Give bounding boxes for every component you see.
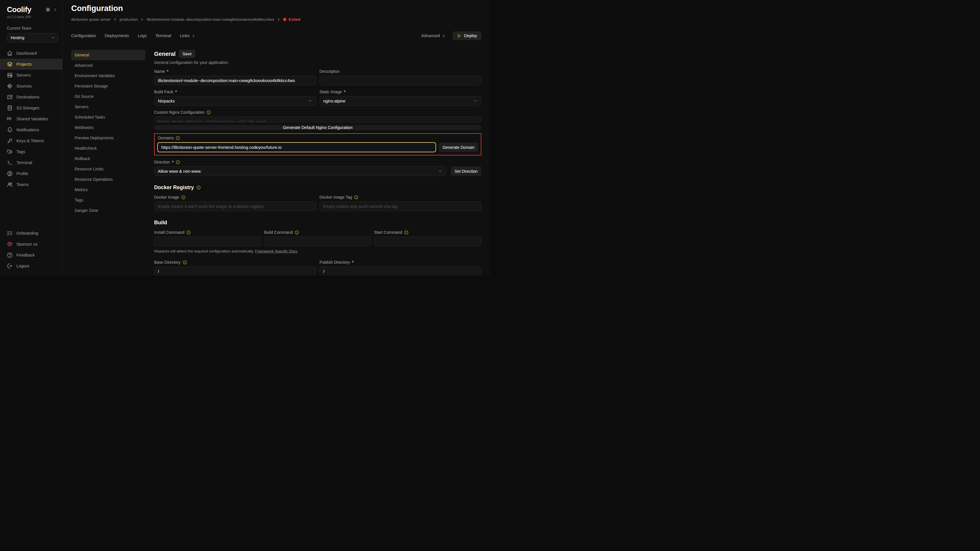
subnav-item-label: Healthcheck bbox=[75, 146, 97, 151]
breadcrumb-item[interactable]: production bbox=[119, 17, 138, 22]
description-input[interactable] bbox=[320, 76, 481, 85]
advanced-menu[interactable]: Advanced bbox=[421, 33, 445, 38]
info-icon[interactable] bbox=[186, 230, 191, 235]
subnav-item[interactable]: Rollback bbox=[71, 154, 145, 164]
tab[interactable]: Terminal bbox=[155, 33, 171, 38]
framework-docs-link[interactable]: Framework Specific Docs bbox=[255, 249, 297, 253]
tab[interactable]: Logs bbox=[138, 33, 146, 38]
tab[interactable]: Links bbox=[180, 33, 195, 38]
general-form: General Save General configuration for y… bbox=[154, 50, 481, 275]
sidebar-item[interactable]: Sources bbox=[0, 81, 62, 92]
publish-directory-input[interactable] bbox=[320, 267, 481, 275]
subnav-item[interactable]: General bbox=[71, 50, 145, 60]
sidebar-footer-item-icon bbox=[7, 230, 13, 236]
sidebar-item[interactable]: Projects bbox=[0, 59, 62, 70]
tab-label: Links bbox=[180, 33, 189, 38]
info-icon[interactable] bbox=[404, 230, 409, 235]
tab[interactable]: Deployments bbox=[105, 33, 129, 38]
theme-toggle-sun-icon[interactable] bbox=[46, 7, 51, 12]
subnav-item-label: Rollback bbox=[75, 156, 90, 161]
tab[interactable]: Configuration bbox=[71, 33, 96, 38]
sidebar-item-icon bbox=[7, 149, 13, 155]
subnav-item[interactable]: Webhooks bbox=[71, 122, 145, 133]
subnav-item-label: Git Source bbox=[75, 94, 94, 99]
chevron-right-icon bbox=[140, 17, 144, 21]
breadcrumb-item[interactable]: illicitestonion/-module--decomposition:m… bbox=[146, 17, 274, 22]
name-input[interactable] bbox=[154, 76, 316, 85]
description-field-block: Description bbox=[320, 65, 481, 85]
chevron-down-icon bbox=[308, 99, 312, 103]
info-icon[interactable] bbox=[183, 260, 187, 265]
deploy-button[interactable]: Deploy bbox=[453, 32, 481, 40]
sidebar-item-label: Shared Variables bbox=[16, 117, 48, 121]
sidebar-item[interactable]: Profile bbox=[0, 168, 62, 179]
subnav-item-label: Servers bbox=[75, 105, 88, 109]
breadcrumb-item[interactable]: illicitonion quote server bbox=[71, 17, 111, 22]
custom-nginx-textarea[interactable] bbox=[154, 117, 481, 122]
info-icon[interactable] bbox=[354, 195, 358, 200]
direction-select[interactable]: Allow www & non-www. bbox=[154, 167, 446, 176]
logo-block: Coolify bbox=[7, 5, 32, 14]
sidebar-item[interactable]: Destinations bbox=[0, 92, 62, 103]
docker-image-block: Docker Image bbox=[154, 191, 316, 211]
sidebar-item-icon: (x) bbox=[7, 116, 13, 122]
sidebar-item-label: Teams bbox=[16, 182, 29, 187]
static-image-select[interactable]: nginx:alpine bbox=[320, 96, 481, 106]
docker-image-input[interactable] bbox=[154, 202, 316, 211]
subnav-item[interactable]: Persistent Storage bbox=[71, 81, 145, 91]
theme-chevrons-up-down-icon[interactable] bbox=[53, 8, 57, 11]
info-icon[interactable] bbox=[196, 186, 201, 190]
domains-input[interactable] bbox=[157, 142, 436, 152]
subnav-item[interactable]: Metrics bbox=[71, 184, 145, 195]
sidebar-item[interactable]: Tags bbox=[0, 146, 62, 157]
set-direction-button[interactable]: Set Direction bbox=[451, 167, 481, 176]
sidebar-item[interactable]: Dashboard bbox=[0, 48, 62, 59]
info-icon[interactable] bbox=[295, 230, 299, 235]
sidebar-item[interactable]: Teams bbox=[0, 179, 62, 190]
direction-row: Allow www & non-www. Set Direction bbox=[154, 167, 481, 176]
sidebar-footer-item[interactable]: Onboarding bbox=[0, 228, 62, 239]
tabs: Configuration Deployments Logs Terminal … bbox=[71, 33, 195, 38]
sidebar-item[interactable]: Keys & Tokens bbox=[0, 135, 62, 146]
sidebar-item[interactable]: Terminal bbox=[0, 157, 62, 168]
sidebar-item[interactable]: Servers bbox=[0, 70, 62, 81]
info-icon[interactable] bbox=[207, 110, 211, 114]
sidebar-footer-item[interactable]: Logout bbox=[0, 260, 62, 272]
sidebar-item[interactable]: S3 Storages bbox=[0, 103, 62, 113]
install-command-input[interactable] bbox=[154, 237, 262, 246]
info-icon[interactable] bbox=[176, 136, 180, 140]
start-command-input[interactable] bbox=[374, 237, 481, 246]
subnav-item[interactable]: Danger Zone bbox=[71, 205, 145, 216]
subnav-item[interactable]: Healthcheck bbox=[71, 143, 145, 154]
save-button[interactable]: Save bbox=[179, 50, 195, 58]
subnav-item-label: Danger Zone bbox=[75, 208, 98, 213]
subnav-item[interactable]: Servers bbox=[71, 102, 145, 112]
tab-label: Configuration bbox=[71, 33, 96, 38]
sidebar-item[interactable]: (x) Shared Variables bbox=[0, 113, 62, 124]
subnav-item[interactable]: Git Source bbox=[71, 91, 145, 102]
subnav-item[interactable]: Resource Limits bbox=[71, 164, 145, 174]
subnav-item[interactable]: Resource Operations bbox=[71, 174, 145, 184]
build-pack-select[interactable]: Nixpacks bbox=[154, 96, 316, 106]
info-icon[interactable] bbox=[176, 160, 180, 164]
sidebar-footer-item[interactable]: Sponsor us bbox=[0, 239, 62, 249]
generate-nginx-button[interactable]: Generate Default Nginx Configuration bbox=[154, 125, 481, 130]
name-label: Name * bbox=[154, 69, 316, 74]
sidebar-item-label: Profile bbox=[16, 171, 28, 176]
subnav-item[interactable]: Environment Variables bbox=[71, 70, 145, 81]
subnav-item[interactable]: Advanced bbox=[71, 60, 145, 70]
build-command-input[interactable] bbox=[264, 237, 372, 246]
sidebar-item[interactable]: Notifications bbox=[0, 124, 62, 135]
docker-image-tag-input[interactable] bbox=[320, 202, 481, 211]
generate-domain-button[interactable]: Generate Domain bbox=[439, 143, 478, 152]
info-icon[interactable] bbox=[181, 195, 186, 200]
base-directory-input[interactable] bbox=[154, 267, 316, 275]
status: Exited bbox=[283, 17, 301, 22]
subnav-item[interactable]: Scheduled Tasks bbox=[71, 112, 145, 122]
subnav-item[interactable]: Tags bbox=[71, 195, 145, 205]
team-select[interactable]: Hosting bbox=[7, 33, 58, 42]
status-badge: Exited bbox=[289, 17, 301, 22]
sidebar-footer-item[interactable]: Feedback bbox=[0, 249, 62, 260]
subnav-item[interactable]: Preview Deployments bbox=[71, 133, 145, 143]
docker-image-tag-label: Docker Image Tag bbox=[320, 195, 481, 200]
